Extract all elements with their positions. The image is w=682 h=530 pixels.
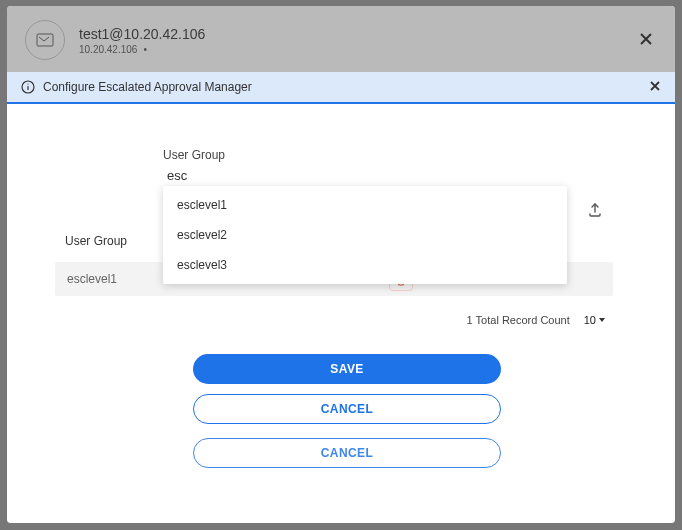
device-texts: test1@10.20.42.106 10.20.42.106• [79, 26, 635, 55]
upload-icon[interactable] [587, 202, 603, 222]
cancel-button-background[interactable]: CANCEL [193, 438, 501, 468]
field-label: User Group [163, 148, 533, 162]
form-area: User Group esclevel1 esclevel2 esclevel3… [7, 104, 675, 523]
info-icon [21, 80, 35, 94]
svg-point-3 [27, 83, 28, 84]
close-banner-icon[interactable] [649, 79, 661, 95]
save-button[interactable]: SAVE [193, 354, 501, 384]
main-panel: test1@10.20.42.106 10.20.42.106• Configu… [7, 6, 675, 523]
cancel-button[interactable]: CANCEL [193, 394, 501, 424]
page-size-select[interactable]: 10 [584, 314, 605, 326]
dropdown-item[interactable]: esclevel3 [163, 250, 567, 280]
user-group-dropdown: esclevel1 esclevel2 esclevel3 [163, 186, 567, 284]
device-icon [25, 20, 65, 60]
chevron-down-icon [599, 318, 605, 322]
row-name: esclevel1 [67, 272, 117, 286]
device-subtitle: 10.20.42.106• [79, 44, 635, 55]
dropdown-item[interactable]: esclevel2 [163, 220, 567, 250]
device-title: test1@10.20.42.106 [79, 26, 635, 42]
user-group-field: User Group [163, 148, 533, 189]
dropdown-item[interactable]: esclevel1 [163, 190, 567, 220]
record-count-text: 1 Total Record Count [467, 314, 570, 326]
close-icon[interactable] [635, 27, 657, 53]
banner-title: Configure Escalated Approval Manager [43, 80, 252, 94]
record-count-area: 1 Total Record Count 10 [467, 314, 605, 326]
config-banner: Configure Escalated Approval Manager [7, 72, 675, 104]
table-column-header: User Group [65, 234, 127, 248]
device-header: test1@10.20.42.106 10.20.42.106• [7, 6, 675, 70]
